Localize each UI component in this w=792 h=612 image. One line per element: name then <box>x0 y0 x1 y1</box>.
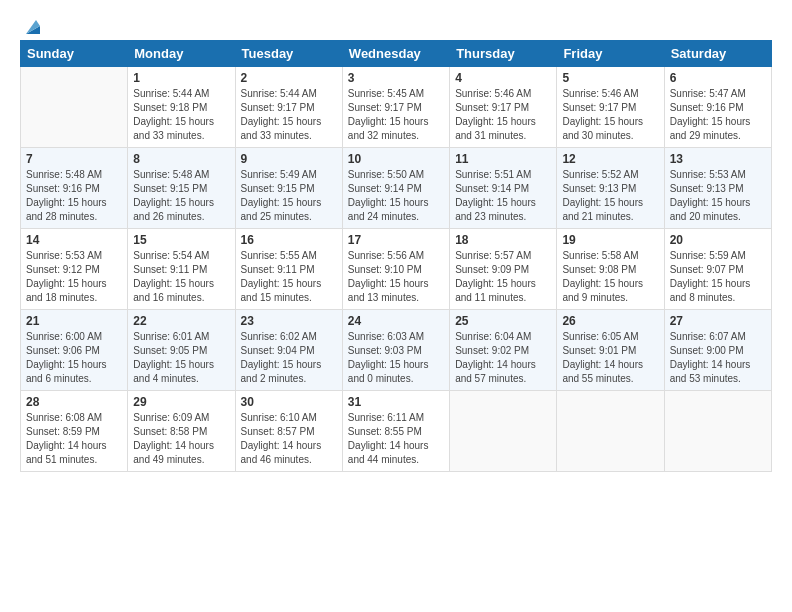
day-info: Sunrise: 5:48 AMSunset: 9:15 PMDaylight:… <box>133 168 229 224</box>
calendar-day-cell: 3Sunrise: 5:45 AMSunset: 9:17 PMDaylight… <box>342 67 449 148</box>
day-number: 14 <box>26 233 122 247</box>
day-number: 11 <box>455 152 551 166</box>
day-info: Sunrise: 5:46 AMSunset: 9:17 PMDaylight:… <box>562 87 658 143</box>
calendar-day-cell: 12Sunrise: 5:52 AMSunset: 9:13 PMDayligh… <box>557 148 664 229</box>
day-info: Sunrise: 6:01 AMSunset: 9:05 PMDaylight:… <box>133 330 229 386</box>
day-info: Sunrise: 6:00 AMSunset: 9:06 PMDaylight:… <box>26 330 122 386</box>
calendar-day-cell: 17Sunrise: 5:56 AMSunset: 9:10 PMDayligh… <box>342 229 449 310</box>
calendar-day-cell: 23Sunrise: 6:02 AMSunset: 9:04 PMDayligh… <box>235 310 342 391</box>
day-number: 18 <box>455 233 551 247</box>
day-info: Sunrise: 6:02 AMSunset: 9:04 PMDaylight:… <box>241 330 337 386</box>
day-info: Sunrise: 5:46 AMSunset: 9:17 PMDaylight:… <box>455 87 551 143</box>
header-day: Sunday <box>21 41 128 67</box>
calendar-day-cell: 6Sunrise: 5:47 AMSunset: 9:16 PMDaylight… <box>664 67 771 148</box>
day-number: 2 <box>241 71 337 85</box>
header-day: Monday <box>128 41 235 67</box>
day-number: 21 <box>26 314 122 328</box>
day-info: Sunrise: 5:53 AMSunset: 9:12 PMDaylight:… <box>26 249 122 305</box>
day-info: Sunrise: 5:45 AMSunset: 9:17 PMDaylight:… <box>348 87 444 143</box>
day-number: 9 <box>241 152 337 166</box>
calendar-day-cell <box>664 391 771 472</box>
day-info: Sunrise: 6:07 AMSunset: 9:00 PMDaylight:… <box>670 330 766 386</box>
day-number: 30 <box>241 395 337 409</box>
calendar-day-cell: 9Sunrise: 5:49 AMSunset: 9:15 PMDaylight… <box>235 148 342 229</box>
calendar-day-cell: 2Sunrise: 5:44 AMSunset: 9:17 PMDaylight… <box>235 67 342 148</box>
header-day: Tuesday <box>235 41 342 67</box>
calendar-week-row: 7Sunrise: 5:48 AMSunset: 9:16 PMDaylight… <box>21 148 772 229</box>
calendar-day-cell: 4Sunrise: 5:46 AMSunset: 9:17 PMDaylight… <box>450 67 557 148</box>
day-number: 29 <box>133 395 229 409</box>
day-number: 28 <box>26 395 122 409</box>
logo-icon <box>22 16 44 38</box>
header-day: Friday <box>557 41 664 67</box>
calendar-day-cell: 27Sunrise: 6:07 AMSunset: 9:00 PMDayligh… <box>664 310 771 391</box>
day-number: 23 <box>241 314 337 328</box>
calendar-day-cell: 1Sunrise: 5:44 AMSunset: 9:18 PMDaylight… <box>128 67 235 148</box>
day-number: 10 <box>348 152 444 166</box>
calendar-day-cell: 18Sunrise: 5:57 AMSunset: 9:09 PMDayligh… <box>450 229 557 310</box>
calendar-day-cell: 7Sunrise: 5:48 AMSunset: 9:16 PMDaylight… <box>21 148 128 229</box>
calendar-day-cell: 5Sunrise: 5:46 AMSunset: 9:17 PMDaylight… <box>557 67 664 148</box>
day-info: Sunrise: 5:49 AMSunset: 9:15 PMDaylight:… <box>241 168 337 224</box>
calendar-week-row: 28Sunrise: 6:08 AMSunset: 8:59 PMDayligh… <box>21 391 772 472</box>
calendar: SundayMondayTuesdayWednesdayThursdayFrid… <box>20 40 772 472</box>
calendar-day-cell <box>21 67 128 148</box>
day-number: 16 <box>241 233 337 247</box>
day-number: 17 <box>348 233 444 247</box>
day-info: Sunrise: 6:04 AMSunset: 9:02 PMDaylight:… <box>455 330 551 386</box>
day-number: 31 <box>348 395 444 409</box>
header-day: Wednesday <box>342 41 449 67</box>
calendar-day-cell: 10Sunrise: 5:50 AMSunset: 9:14 PMDayligh… <box>342 148 449 229</box>
day-number: 12 <box>562 152 658 166</box>
day-info: Sunrise: 5:55 AMSunset: 9:11 PMDaylight:… <box>241 249 337 305</box>
calendar-day-cell: 30Sunrise: 6:10 AMSunset: 8:57 PMDayligh… <box>235 391 342 472</box>
calendar-week-row: 14Sunrise: 5:53 AMSunset: 9:12 PMDayligh… <box>21 229 772 310</box>
calendar-day-cell: 14Sunrise: 5:53 AMSunset: 9:12 PMDayligh… <box>21 229 128 310</box>
day-info: Sunrise: 6:09 AMSunset: 8:58 PMDaylight:… <box>133 411 229 467</box>
day-info: Sunrise: 6:10 AMSunset: 8:57 PMDaylight:… <box>241 411 337 467</box>
day-info: Sunrise: 5:59 AMSunset: 9:07 PMDaylight:… <box>670 249 766 305</box>
calendar-day-cell: 25Sunrise: 6:04 AMSunset: 9:02 PMDayligh… <box>450 310 557 391</box>
day-number: 4 <box>455 71 551 85</box>
day-info: Sunrise: 6:03 AMSunset: 9:03 PMDaylight:… <box>348 330 444 386</box>
day-info: Sunrise: 5:44 AMSunset: 9:18 PMDaylight:… <box>133 87 229 143</box>
day-info: Sunrise: 5:56 AMSunset: 9:10 PMDaylight:… <box>348 249 444 305</box>
day-info: Sunrise: 5:51 AMSunset: 9:14 PMDaylight:… <box>455 168 551 224</box>
page: SundayMondayTuesdayWednesdayThursdayFrid… <box>0 0 792 482</box>
calendar-week-row: 21Sunrise: 6:00 AMSunset: 9:06 PMDayligh… <box>21 310 772 391</box>
day-info: Sunrise: 5:58 AMSunset: 9:08 PMDaylight:… <box>562 249 658 305</box>
day-info: Sunrise: 5:50 AMSunset: 9:14 PMDaylight:… <box>348 168 444 224</box>
day-number: 19 <box>562 233 658 247</box>
calendar-day-cell: 16Sunrise: 5:55 AMSunset: 9:11 PMDayligh… <box>235 229 342 310</box>
header-day: Thursday <box>450 41 557 67</box>
calendar-day-cell: 11Sunrise: 5:51 AMSunset: 9:14 PMDayligh… <box>450 148 557 229</box>
day-number: 27 <box>670 314 766 328</box>
day-number: 5 <box>562 71 658 85</box>
header-row: SundayMondayTuesdayWednesdayThursdayFrid… <box>21 41 772 67</box>
calendar-day-cell: 31Sunrise: 6:11 AMSunset: 8:55 PMDayligh… <box>342 391 449 472</box>
day-number: 13 <box>670 152 766 166</box>
calendar-day-cell: 20Sunrise: 5:59 AMSunset: 9:07 PMDayligh… <box>664 229 771 310</box>
day-number: 7 <box>26 152 122 166</box>
day-number: 26 <box>562 314 658 328</box>
calendar-day-cell: 21Sunrise: 6:00 AMSunset: 9:06 PMDayligh… <box>21 310 128 391</box>
day-info: Sunrise: 5:48 AMSunset: 9:16 PMDaylight:… <box>26 168 122 224</box>
calendar-day-cell: 15Sunrise: 5:54 AMSunset: 9:11 PMDayligh… <box>128 229 235 310</box>
calendar-day-cell: 29Sunrise: 6:09 AMSunset: 8:58 PMDayligh… <box>128 391 235 472</box>
day-number: 24 <box>348 314 444 328</box>
day-info: Sunrise: 5:44 AMSunset: 9:17 PMDaylight:… <box>241 87 337 143</box>
day-info: Sunrise: 6:11 AMSunset: 8:55 PMDaylight:… <box>348 411 444 467</box>
day-number: 20 <box>670 233 766 247</box>
day-number: 15 <box>133 233 229 247</box>
day-number: 25 <box>455 314 551 328</box>
calendar-day-cell: 22Sunrise: 6:01 AMSunset: 9:05 PMDayligh… <box>128 310 235 391</box>
calendar-day-cell <box>557 391 664 472</box>
calendar-day-cell: 24Sunrise: 6:03 AMSunset: 9:03 PMDayligh… <box>342 310 449 391</box>
day-info: Sunrise: 6:08 AMSunset: 8:59 PMDaylight:… <box>26 411 122 467</box>
day-info: Sunrise: 5:52 AMSunset: 9:13 PMDaylight:… <box>562 168 658 224</box>
day-number: 8 <box>133 152 229 166</box>
calendar-day-cell: 26Sunrise: 6:05 AMSunset: 9:01 PMDayligh… <box>557 310 664 391</box>
day-info: Sunrise: 5:53 AMSunset: 9:13 PMDaylight:… <box>670 168 766 224</box>
calendar-day-cell <box>450 391 557 472</box>
calendar-week-row: 1Sunrise: 5:44 AMSunset: 9:18 PMDaylight… <box>21 67 772 148</box>
